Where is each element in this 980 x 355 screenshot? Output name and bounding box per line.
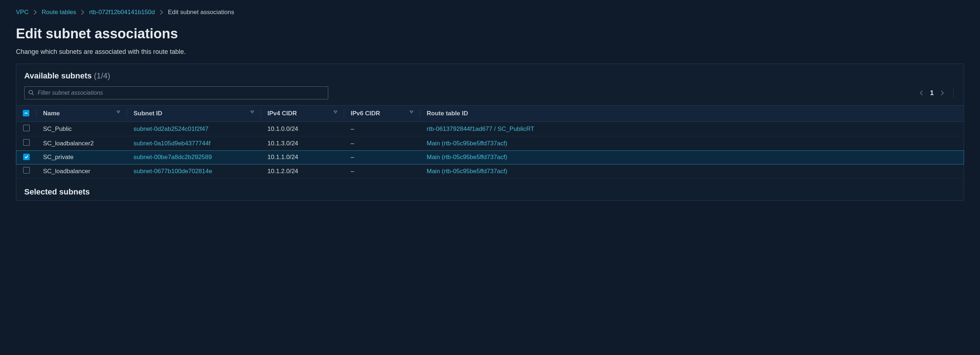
route-table-link[interactable]: Main (rtb-05c95be5ffd737acf) [427, 168, 508, 174]
breadcrumb-item: Edit subnet associations [168, 9, 234, 16]
prev-page-icon[interactable] [919, 90, 924, 96]
next-page-icon[interactable] [940, 90, 945, 96]
breadcrumb-item[interactable]: Route tables [41, 9, 76, 16]
select-all-checkbox[interactable] [23, 110, 29, 116]
filter-input-wrapper[interactable] [24, 86, 328, 100]
selected-subnets-section: Selected subnets [16, 179, 964, 200]
sort-icon[interactable] [333, 110, 338, 114]
cell-ipv6: – [344, 122, 420, 136]
cell-name: SC_Public [37, 122, 127, 136]
col-header-subnet-id[interactable]: Subnet ID [134, 110, 162, 117]
route-table-link[interactable]: Main (rtb-05c95be5ffd737acf) [427, 140, 508, 147]
col-header-ipv6[interactable]: IPv6 CIDR [351, 110, 380, 117]
breadcrumb-item[interactable]: rtb-072f12b04141b150d [89, 9, 155, 16]
subnet-id-link[interactable]: subnet-0a105d9eb4377744f [134, 140, 211, 147]
chevron-right-icon [160, 10, 163, 15]
cell-name: SC_loadbalancer2 [37, 136, 127, 151]
svg-point-0 [29, 90, 33, 94]
cell-ipv6: – [344, 151, 420, 164]
breadcrumb: VPCRoute tablesrtb-072f12b04141b150dEdit… [16, 9, 964, 16]
table-row[interactable]: SC_privatesubnet-00be7a8dc2b29258910.1.1… [16, 151, 964, 164]
cell-ipv4: 10.1.0.0/24 [261, 122, 344, 136]
row-checkbox[interactable] [23, 139, 30, 146]
page-number: 1 [930, 89, 934, 97]
cell-ipv6: – [344, 164, 420, 179]
available-subnets-title: Available subnets (1/4) [24, 71, 110, 80]
subnet-id-link[interactable]: subnet-0d2ab2524c01f2f47 [134, 125, 208, 132]
subnets-table: Name Subnet ID IPv4 CIDR [16, 105, 964, 179]
cell-ipv6: – [344, 136, 420, 151]
page-description: Change which subnets are associated with… [16, 48, 964, 55]
table-row[interactable]: SC_loadbalancer2subnet-0a105d9eb4377744f… [16, 136, 964, 151]
cell-name: SC_loadbalancer [37, 164, 127, 179]
row-checkbox[interactable] [23, 125, 30, 131]
col-header-ipv4[interactable]: IPv4 CIDR [267, 110, 297, 117]
sort-icon[interactable] [409, 110, 414, 114]
available-subnets-panel: Available subnets (1/4) 1 [16, 63, 964, 201]
pager: 1 [919, 88, 956, 98]
row-checkbox[interactable] [23, 167, 30, 174]
table-row[interactable]: SC_Publicsubnet-0d2ab2524c01f2f4710.1.0.… [16, 122, 964, 136]
sort-icon[interactable] [250, 110, 255, 114]
sort-icon[interactable] [116, 110, 121, 114]
cell-ipv4: 10.1.3.0/24 [261, 136, 344, 151]
svg-rect-2 [25, 113, 27, 114]
col-header-name[interactable]: Name [43, 110, 60, 117]
pager-divider [953, 88, 954, 98]
chevron-right-icon [81, 10, 84, 15]
col-header-route-table[interactable]: Route table ID [427, 110, 468, 117]
cell-name: SC_private [37, 151, 127, 164]
route-table-link[interactable]: Main (rtb-05c95be5ffd737acf) [427, 154, 508, 160]
table-row[interactable]: SC_loadbalancersubnet-0677b100de702814e1… [16, 164, 964, 179]
search-icon [28, 90, 34, 97]
row-checkbox[interactable] [23, 154, 30, 160]
breadcrumb-item[interactable]: VPC [16, 9, 29, 16]
selected-subnets-title: Selected subnets [24, 187, 90, 196]
route-table-link[interactable]: rtb-0613792844f1ad677 / SC_PublicRT [427, 125, 534, 132]
svg-line-1 [32, 94, 33, 95]
subnet-id-link[interactable]: subnet-0677b100de702814e [134, 168, 212, 174]
page-title: Edit subnet associations [16, 26, 964, 41]
cell-ipv4: 10.1.1.0/24 [261, 151, 344, 164]
chevron-right-icon [33, 10, 37, 15]
subnet-id-link[interactable]: subnet-00be7a8dc2b292589 [134, 154, 212, 160]
cell-ipv4: 10.1.2.0/24 [261, 164, 344, 179]
filter-input[interactable] [34, 90, 324, 96]
